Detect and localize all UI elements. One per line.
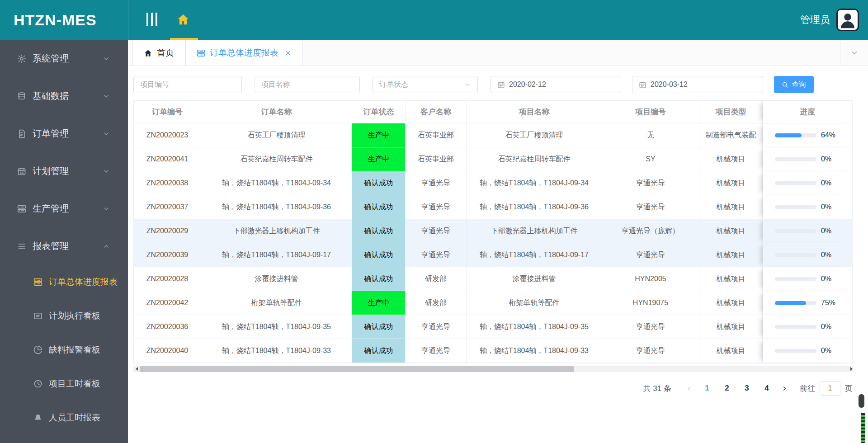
scroll-right-arrow[interactable] xyxy=(846,366,853,372)
table-row[interactable]: ZN20020028涂覆接进料管确认成功研发部涂覆接进料管HYN2005机械项目… xyxy=(134,267,852,291)
board-icon xyxy=(33,311,42,320)
project-type-cell: 制造部电气装配 xyxy=(699,123,763,147)
prev-page-button[interactable] xyxy=(681,385,697,392)
sidebar-subitem-1[interactable]: 计划执行看板 xyxy=(0,299,128,333)
table-row[interactable]: ZN20020036轴，烧结T1804轴，T1804J-09-35确认成功亨通光… xyxy=(134,315,852,339)
status-badge: 确认成功 xyxy=(352,219,406,243)
customer-cell: 研发部 xyxy=(406,267,467,291)
table-row[interactable]: ZN20020040轴，烧结T1804轴，T1804J-09-33确认成功亨通光… xyxy=(134,339,852,363)
chevron-down-icon xyxy=(103,55,110,62)
vertical-scrollbar-thumb[interactable] xyxy=(859,394,864,408)
project-no-field[interactable] xyxy=(140,80,235,89)
total-count-label: 共 31 条 xyxy=(643,383,671,394)
project-type-cell: 机械项目 xyxy=(699,339,763,363)
horizontal-scrollbar[interactable] xyxy=(133,366,853,372)
user-menu[interactable]: 管理员 xyxy=(800,0,859,40)
project-no-cell: 亨通光导（庞辉） xyxy=(602,219,699,243)
progress-track xyxy=(775,325,816,329)
customer-cell: 亨通光导 xyxy=(406,339,467,363)
sidebar-subitem-2[interactable]: 缺料报警看板 xyxy=(0,333,128,367)
page-button-2[interactable]: 2 xyxy=(719,384,735,393)
next-page-button[interactable] xyxy=(777,385,793,392)
calendar-icon xyxy=(639,81,646,89)
sidebar-item-label: 计划管理 xyxy=(33,165,69,177)
date-from-picker[interactable]: 2020-02-12 xyxy=(491,76,620,93)
page-numbers: 1234 xyxy=(697,384,777,393)
progress-cell: 0% xyxy=(763,267,852,291)
table-row[interactable]: ZN20020042桁架单轨等配件生产中研发部桁架单轨等配件HYN19075机械… xyxy=(134,291,852,315)
sidebar-item-database[interactable]: 基础数据 xyxy=(0,77,128,115)
screen-edge-artifact xyxy=(861,413,865,443)
progress-track xyxy=(775,157,816,161)
sidebar-collapse-icon[interactable] xyxy=(146,13,157,26)
project-name-cell: 轴，烧结T1804轴，T1804J-09-36 xyxy=(467,195,602,219)
status-badge: 确认成功 xyxy=(352,195,406,219)
sidebar-subitem-0[interactable]: 订单总体进度报表 xyxy=(0,265,128,299)
avatar[interactable] xyxy=(836,9,859,31)
goto-page-input[interactable] xyxy=(820,381,840,396)
tab-0[interactable]: 首页 xyxy=(132,40,185,66)
project-type-cell: 机械项目 xyxy=(699,267,763,291)
progress-track xyxy=(775,253,816,257)
tab-options-button[interactable] xyxy=(840,40,868,66)
customer-cell: 石英事业部 xyxy=(406,147,467,171)
progress-cell: 0% xyxy=(763,171,852,195)
sidebar-item-list[interactable]: 报表管理 xyxy=(0,227,128,265)
table-row[interactable]: ZN20020041石英纪嘉柱周转车配件生产中石英事业部石英纪嘉柱周转车配件SY… xyxy=(134,147,852,171)
pagination: 共 31 条 1234 前往 页 xyxy=(133,381,853,396)
sidebar-item-server[interactable]: 生产管理 xyxy=(0,190,128,227)
page-button-4[interactable]: 4 xyxy=(759,384,774,393)
table-row[interactable]: ZN20020029下部激光器上移机构加工件确认成功亨通光导下部激光器上移机构加… xyxy=(134,219,852,243)
filter-bar: 订单状态 2020-02-12 2020-03-12 查询 xyxy=(133,76,868,93)
search-button[interactable]: 查询 xyxy=(774,76,814,93)
project-type-cell: 机械项目 xyxy=(699,147,763,171)
chevron-down-icon xyxy=(103,93,110,100)
horizontal-scrollbar-thumb[interactable] xyxy=(140,366,574,372)
calendar-icon xyxy=(497,81,505,89)
sidebar-subitem-label: 人员工时报表 xyxy=(49,412,100,424)
table-row[interactable]: ZN20020038轴，烧结T1804轴，T1804J-09-34确认成功亨通光… xyxy=(134,171,852,195)
customer-cell: 研发部 xyxy=(406,291,467,315)
sidebar-item-label: 生产管理 xyxy=(33,203,69,215)
gear-icon xyxy=(17,54,26,63)
search-button-label: 查询 xyxy=(792,80,806,90)
table-row[interactable]: ZN20020023石英工厂楼顶清理生产中石英事业部石英工厂楼顶清理无制造部电气… xyxy=(134,123,852,147)
date-to-picker[interactable]: 2020-03-12 xyxy=(632,76,763,93)
progress-label: 0% xyxy=(821,323,840,331)
sidebar-subitem-3[interactable]: 项目工时看板 xyxy=(0,367,128,401)
status-badge: 确认成功 xyxy=(352,339,406,363)
chevron-down-icon xyxy=(103,168,110,175)
column-header: 项目编号 xyxy=(602,101,699,123)
sidebar-subitem-4[interactable]: 人员工时报表 xyxy=(0,401,128,434)
order-name-cell: 下部激光器上移机构加工件 xyxy=(201,219,352,243)
sidebar-item-document[interactable]: 订单管理 xyxy=(0,115,128,152)
order-no-cell: ZN20020041 xyxy=(134,147,201,171)
page-button-3[interactable]: 3 xyxy=(739,384,755,393)
project-no-cell: 亨通光导 xyxy=(602,243,699,267)
project-type-cell: 机械项目 xyxy=(699,291,763,315)
scroll-left-arrow[interactable] xyxy=(133,366,140,372)
progress-cell: 0% xyxy=(763,195,852,219)
project-type-cell: 机械项目 xyxy=(699,243,763,267)
table-row[interactable]: ZN20020037轴，烧结T1804轴，T1804J-09-36确认成功亨通光… xyxy=(134,195,852,219)
progress-bar: 75% xyxy=(775,299,840,307)
order-status-select[interactable]: 订单状态 xyxy=(373,76,478,93)
sidebar-item-calendar[interactable]: 计划管理 xyxy=(0,152,128,190)
page-button-1[interactable]: 1 xyxy=(699,384,715,393)
project-name-input[interactable] xyxy=(255,76,360,93)
progress-fill xyxy=(775,133,802,137)
sidebar-item-gear[interactable]: 系统管理 xyxy=(0,40,128,77)
project-name-field[interactable] xyxy=(261,80,353,89)
progress-label: 0% xyxy=(821,275,840,283)
column-header: 订单编号 xyxy=(134,101,201,123)
chevron-down-icon xyxy=(103,130,110,137)
project-no-cell: 亨通光导 xyxy=(602,339,699,363)
database-icon xyxy=(17,92,26,101)
tab-1[interactable]: 订单总体进度报表 xyxy=(185,40,302,66)
home-icon[interactable] xyxy=(176,13,190,26)
table-row[interactable]: ZN20020039轴，烧结T1804轴，T1804J-09-17确认成功亨通光… xyxy=(134,243,852,267)
progress-label: 75% xyxy=(821,299,840,307)
progress-cell: 75% xyxy=(763,291,852,315)
project-no-input[interactable] xyxy=(133,76,242,93)
customer-cell: 亨通光导 xyxy=(406,219,467,243)
